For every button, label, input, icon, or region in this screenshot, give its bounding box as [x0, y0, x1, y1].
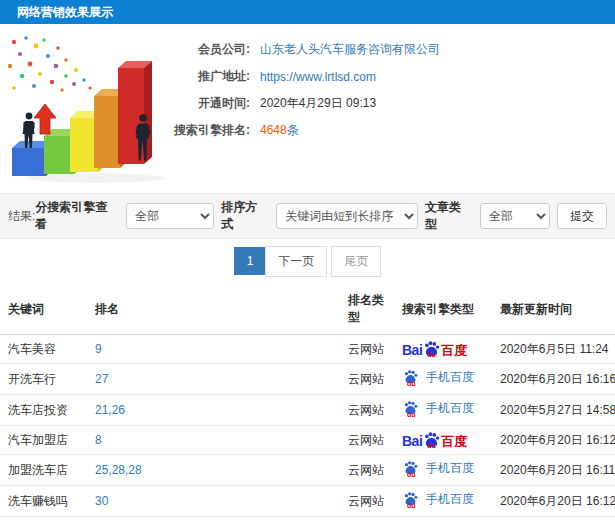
updated-cell: 2020年6月20日 16:11 — [492, 455, 615, 486]
baidu-paw-icon: du — [403, 460, 420, 477]
submit-button[interactable]: 提交 — [557, 203, 607, 229]
updated-cell: 2020年6月18日 14:27 — [492, 517, 615, 520]
article-type-select[interactable]: 全部 — [480, 203, 550, 229]
engine-filter-select[interactable]: 全部 — [126, 203, 214, 229]
engine-rank-value: 4648条 — [260, 122, 299, 139]
mobile-baidu-label: 手机百度 — [426, 369, 474, 386]
mobile-baidu-du-text: du — [407, 380, 416, 387]
table-row: 汽车美容 9 云网站 Bai du 百度 — [0, 335, 615, 364]
baidu-paw-icon: du — [403, 369, 420, 386]
updated-cell: 2020年5月27日 14:58 — [492, 395, 615, 426]
keyword-cell: 洗车店投资 — [0, 395, 87, 426]
rank-link[interactable]: 8 — [95, 433, 102, 447]
table-header-row: 关键词 排名 排名类型 搜索引擎类型 最新更新时间 — [0, 283, 615, 335]
rank-type-cell: 云网站 — [340, 335, 394, 364]
table-row: 洗车店投资 21,26 云网站 du 手机百度 20 — [0, 395, 615, 426]
rank-link[interactable]: 21,26 — [95, 403, 125, 417]
company-row: 会员公司: 山东老人头汽车服务咨询有限公司 — [168, 36, 608, 63]
engine-rank-label: 搜索引擎排名: — [168, 122, 250, 139]
pagination: 1 下一页 尾页 — [0, 239, 615, 283]
keyword-cell: 洗车店利润 — [0, 517, 87, 520]
article-type-label: 文章类型 — [425, 199, 473, 233]
baidu-paw-icon: du — [403, 491, 420, 508]
baidu-logo: Bai du 百度 — [402, 431, 467, 448]
mobile-baidu-logo: du 手机百度 — [402, 400, 474, 417]
member-info-list: 会员公司: 山东老人头汽车服务咨询有限公司 推广地址: https://www.… — [168, 36, 608, 144]
promo-url-link[interactable]: https://www.lrtlsd.com — [260, 70, 376, 84]
rank-unit: 条 — [287, 123, 299, 137]
updated-cell: 2020年6月20日 16:12 — [492, 426, 615, 455]
rank-link[interactable]: 30 — [95, 494, 108, 508]
rank-link[interactable]: 9 — [95, 342, 102, 356]
table-row: 加盟洗车店 25,28,28 云网站 du 手机百度 — [0, 455, 615, 486]
header-engine-type: 搜索引擎类型 — [394, 283, 492, 335]
company-label: 会员公司: — [168, 41, 250, 58]
marketing-bar-chart-illustration — [0, 26, 180, 191]
header-rank-type: 排名类型 — [340, 283, 394, 335]
table-row: 开洗车行 27 云网站 du 手机百度 2020年6 — [0, 364, 615, 395]
keyword-cell: 汽车加盟店 — [0, 426, 87, 455]
mobile-baidu-logo: du 手机百度 — [402, 460, 474, 477]
opened-time-label: 开通时间: — [168, 95, 250, 112]
sort-filter-label: 排序方式 — [221, 199, 269, 233]
promo-url-row: 推广地址: https://www.lrtlsd.com — [168, 63, 608, 90]
rank-type-cell: 云网站 — [340, 517, 394, 520]
rank-type-cell: 云网站 — [340, 455, 394, 486]
rank-count: 4648 — [260, 123, 287, 137]
mobile-baidu-label: 手机百度 — [426, 400, 474, 417]
company-link[interactable]: 山东老人头汽车服务咨询有限公司 — [260, 41, 440, 58]
bar-red — [118, 61, 152, 164]
last-page-button[interactable]: 尾页 — [331, 246, 381, 277]
keyword-cell: 开洗车行 — [0, 364, 87, 395]
confetti-dots — [8, 36, 92, 91]
rank-type-cell: 云网站 — [340, 395, 394, 426]
baidu-logo-cn-text: 百度 — [441, 344, 467, 357]
page: 网络营销效果展示 — [0, 0, 615, 520]
header-keyword: 关键词 — [0, 283, 87, 335]
header-rank: 排名 — [87, 283, 340, 335]
opened-time-value: 2020年4月29日 09:13 — [260, 95, 376, 112]
table-row: 洗车赚钱吗 30 云网站 du 手机百度 2020年 — [0, 486, 615, 517]
keyword-cell: 加盟洗车店 — [0, 455, 87, 486]
next-page-button[interactable]: 下一页 — [265, 246, 327, 277]
table-row: 洗车店利润 30 云网站 du 手机百度 2020年 — [0, 517, 615, 520]
keyword-results-table: 关键词 排名 排名类型 搜索引擎类型 最新更新时间 汽车美容 9 云网站 Bai — [0, 283, 615, 520]
filter-bar: 结果: 分搜索引擎查看 全部 排序方式 关键词由短到长排序 文章类型 全部 提交 — [0, 193, 615, 239]
page-title-bar: 网络营销效果展示 — [0, 0, 615, 24]
mobile-baidu-logo: du 手机百度 — [402, 491, 474, 508]
promo-url-label: 推广地址: — [168, 68, 250, 85]
mobile-baidu-logo: du 手机百度 — [402, 369, 474, 386]
rank-link[interactable]: 27 — [95, 372, 108, 386]
engine-rank-row: 搜索引擎排名: 4648条 — [168, 117, 608, 144]
baidu-paw-icon: du — [423, 431, 440, 448]
baidu-logo-du-text: du — [427, 351, 436, 358]
opened-time-row: 开通时间: 2020年4月29日 09:13 — [168, 90, 608, 117]
rank-link[interactable]: 25,28,28 — [95, 463, 142, 477]
table-row: 汽车加盟店 8 云网站 Bai du 百度 — [0, 426, 615, 455]
mobile-baidu-du-text: du — [407, 471, 416, 478]
rank-type-cell: 云网站 — [340, 426, 394, 455]
rank-type-cell: 云网站 — [340, 486, 394, 517]
sort-filter-select[interactable]: 关键词由短到长排序 — [276, 203, 418, 229]
mobile-baidu-label: 手机百度 — [426, 491, 474, 508]
baidu-logo-bai-text: Bai — [402, 434, 422, 448]
baidu-logo-cn-text: 百度 — [441, 435, 467, 448]
updated-cell: 2020年6月5日 11:24 — [492, 335, 615, 364]
baidu-logo: Bai du 百度 — [402, 340, 467, 357]
page-number-current[interactable]: 1 — [234, 247, 267, 275]
mobile-baidu-du-text: du — [407, 411, 416, 418]
member-info-section: 会员公司: 山东老人头汽车服务咨询有限公司 推广地址: https://www.… — [0, 24, 615, 193]
mobile-baidu-label: 手机百度 — [426, 460, 474, 477]
keyword-cell: 洗车赚钱吗 — [0, 486, 87, 517]
baidu-paw-icon: du — [423, 340, 440, 357]
keyword-cell: 汽车美容 — [0, 335, 87, 364]
baidu-logo-du-text: du — [427, 442, 436, 449]
baidu-paw-icon: du — [403, 400, 420, 417]
baidu-logo-bai-text: Bai — [402, 343, 422, 357]
filter-controls: 分搜索引擎查看 全部 排序方式 关键词由短到长排序 文章类型 全部 提交 — [35, 199, 607, 233]
header-updated: 最新更新时间 — [492, 283, 615, 335]
mobile-baidu-du-text: du — [407, 502, 416, 509]
updated-cell: 2020年6月20日 16:16 — [492, 364, 615, 395]
rank-type-cell: 云网站 — [340, 364, 394, 395]
page-title: 网络营销效果展示 — [17, 5, 113, 19]
